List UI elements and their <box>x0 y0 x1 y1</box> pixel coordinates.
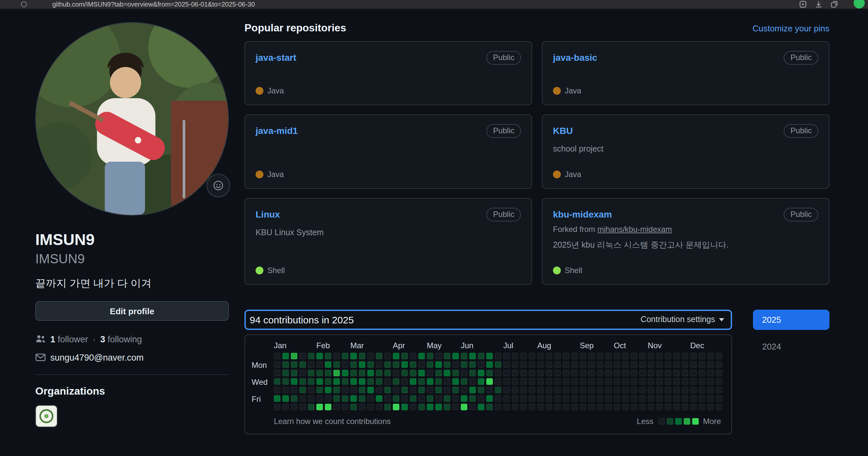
contribution-cell[interactable] <box>614 353 620 359</box>
contribution-cell[interactable] <box>291 403 298 410</box>
contribution-cell[interactable] <box>554 353 561 359</box>
contribution-cell[interactable] <box>571 378 578 385</box>
repo-name-link[interactable]: Linux <box>255 208 280 221</box>
contribution-cell[interactable] <box>656 395 663 401</box>
contribution-cell[interactable] <box>418 403 425 410</box>
following-link[interactable]: 3 following <box>100 334 142 344</box>
contribution-cell[interactable] <box>631 369 637 376</box>
contribution-cell[interactable] <box>359 403 365 410</box>
contribution-cell[interactable] <box>316 353 323 359</box>
contribution-cell[interactable] <box>384 386 391 393</box>
contribution-cell[interactable] <box>333 403 340 410</box>
contribution-cell[interactable] <box>274 361 280 367</box>
contribution-cell[interactable] <box>537 353 544 359</box>
contribution-cell[interactable] <box>274 386 280 393</box>
contribution-cell[interactable] <box>367 353 374 359</box>
contribution-cell[interactable] <box>495 361 501 367</box>
contribution-cell[interactable] <box>699 395 705 401</box>
repo-name-link[interactable]: kbu-midexam <box>553 208 612 221</box>
contribution-cell[interactable] <box>512 403 518 410</box>
contribution-cell[interactable] <box>427 386 433 393</box>
contribution-cell[interactable] <box>308 361 314 367</box>
contribution-cell[interactable] <box>597 353 603 359</box>
contribution-cell[interactable] <box>588 386 595 393</box>
contribution-cell[interactable] <box>639 378 646 385</box>
contribution-cell[interactable] <box>580 395 586 401</box>
contribution-cell[interactable] <box>656 353 663 359</box>
contribution-cell[interactable] <box>580 369 586 376</box>
contribution-cell[interactable] <box>282 403 289 410</box>
contribution-cell[interactable] <box>461 353 467 359</box>
contribution-cell[interactable] <box>376 361 382 367</box>
contribution-cell[interactable] <box>444 403 450 410</box>
contribution-cell[interactable] <box>274 395 280 401</box>
contribution-cell[interactable] <box>614 378 620 385</box>
contribution-cell[interactable] <box>291 353 298 359</box>
contribution-cell[interactable] <box>682 369 688 376</box>
contribution-cell[interactable] <box>333 353 340 359</box>
address-bar-url[interactable]: github.com/IMSUN9?tab=overview&from=2025… <box>52 1 255 8</box>
contribution-cell[interactable] <box>435 403 442 410</box>
contribution-cell[interactable] <box>478 361 484 367</box>
contribution-cell[interactable] <box>682 386 688 393</box>
contribution-cell[interactable] <box>529 369 535 376</box>
contribution-cell[interactable] <box>699 361 705 367</box>
contribution-cell[interactable] <box>665 378 671 385</box>
extensions-icon[interactable] <box>799 1 807 8</box>
contribution-cell[interactable] <box>333 386 340 393</box>
contribution-cell[interactable] <box>682 395 688 401</box>
contribution-cell[interactable] <box>308 395 314 401</box>
contribution-cell[interactable] <box>401 395 408 401</box>
contribution-cell[interactable] <box>367 378 374 385</box>
contribution-cell[interactable] <box>707 378 714 385</box>
contribution-cell[interactable] <box>614 369 620 376</box>
contribution-cell[interactable] <box>299 403 306 410</box>
contribution-cell[interactable] <box>435 395 442 401</box>
contribution-cell[interactable] <box>563 369 569 376</box>
contribution-cell[interactable] <box>486 369 493 376</box>
contribution-cell[interactable] <box>682 361 688 367</box>
contribution-cell[interactable] <box>512 378 518 385</box>
contribution-cell[interactable] <box>597 369 603 376</box>
contribution-cell[interactable] <box>495 403 501 410</box>
contribution-cell[interactable] <box>580 378 586 385</box>
contribution-cell[interactable] <box>461 403 467 410</box>
contribution-cell[interactable] <box>478 395 484 401</box>
contribution-cell[interactable] <box>359 386 365 393</box>
contribution-cell[interactable] <box>495 378 501 385</box>
contribution-cell[interactable] <box>393 386 399 393</box>
contribution-cell[interactable] <box>699 353 705 359</box>
contribution-cell[interactable] <box>699 378 705 385</box>
contribution-cell[interactable] <box>520 361 527 367</box>
contribution-cell[interactable] <box>690 353 697 359</box>
contribution-cell[interactable] <box>682 403 688 410</box>
contribution-cell[interactable] <box>274 403 280 410</box>
contribution-cell[interactable] <box>707 403 714 410</box>
contribution-cell[interactable] <box>486 395 493 401</box>
email-link[interactable]: sungu4790@naver.com <box>50 353 144 363</box>
contribution-cell[interactable] <box>435 378 442 385</box>
contribution-cell[interactable] <box>384 403 391 410</box>
contribution-cell[interactable] <box>673 361 680 367</box>
contribution-cell[interactable] <box>444 353 450 359</box>
contribution-cell[interactable] <box>580 353 586 359</box>
contribution-cell[interactable] <box>325 403 331 410</box>
contribution-cell[interactable] <box>350 353 357 359</box>
contribution-cell[interactable] <box>333 395 340 401</box>
contribution-cell[interactable] <box>359 378 365 385</box>
contribution-cell[interactable] <box>308 378 314 385</box>
contribution-cell[interactable] <box>707 386 714 393</box>
contribution-cell[interactable] <box>393 403 399 410</box>
contribution-cell[interactable] <box>648 353 654 359</box>
contribution-cell[interactable] <box>588 403 595 410</box>
contribution-cell[interactable] <box>673 403 680 410</box>
contribution-cell[interactable] <box>478 386 484 393</box>
contribution-cell[interactable] <box>350 378 357 385</box>
contribution-cell[interactable] <box>342 386 348 393</box>
contribution-cell[interactable] <box>469 369 476 376</box>
contribution-cell[interactable] <box>690 369 697 376</box>
contribution-cell[interactable] <box>571 369 578 376</box>
contribution-cell[interactable] <box>716 378 722 385</box>
contribution-cell[interactable] <box>452 395 459 401</box>
contribution-cell[interactable] <box>384 395 391 401</box>
